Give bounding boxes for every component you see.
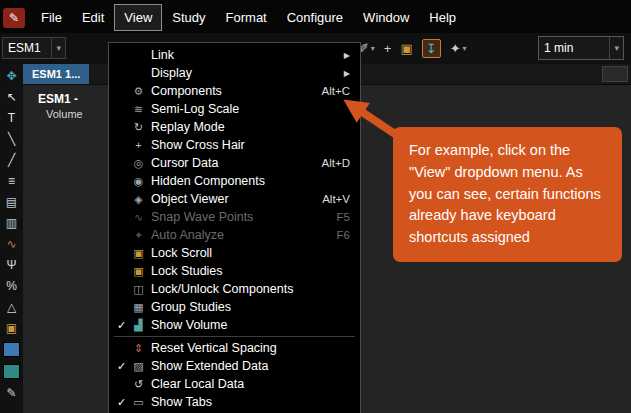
menu-item-snap-wave-points[interactable]: ∿Snap Wave PointsF5 [109, 208, 360, 226]
menu-item-label: Object Viewer [148, 192, 322, 206]
lock-unlock-icon: ◫ [129, 283, 148, 296]
menu-item-lock-studies[interactable]: ▣Lock Studies [109, 262, 360, 280]
menu-item-cursor-data[interactable]: ◎Cursor DataAlt+D [109, 154, 360, 172]
cursor-tool-icon[interactable]: ↖ [1, 87, 22, 107]
menu-item-label: Show Extended Data [148, 359, 350, 373]
menu-item-hidden-components[interactable]: ◉Hidden Components [109, 172, 360, 190]
check-icon: ✓ [114, 396, 129, 409]
menubar-item-file[interactable]: File [31, 4, 72, 31]
clear-data-icon: ↺ [129, 378, 148, 391]
pattern-tool-icon[interactable]: △ [1, 297, 22, 317]
menu-item-label: Display [148, 66, 344, 80]
add-crosshair-button[interactable]: + [384, 41, 392, 56]
chevron-down-icon: ▾ [51, 38, 65, 58]
snap-wave-icon: ∿ [129, 211, 148, 224]
lock-tool-icon[interactable]: ▣ [1, 318, 22, 338]
check-icon: ✓ [114, 360, 129, 373]
color-swatch-blue[interactable] [3, 342, 20, 357]
menu-item-label: Auto Analyze [148, 228, 337, 242]
lines-tool-icon[interactable]: ≡ [1, 171, 22, 191]
text-tool-icon[interactable]: T [1, 108, 22, 128]
interval-combo[interactable]: 1 min ▾ [538, 36, 624, 60]
menu-item-link[interactable]: Link▶ [109, 46, 360, 64]
crosshair-icon: + [129, 139, 148, 151]
menu-item-label: Snap Wave Points [148, 210, 337, 224]
chevron-down-icon: ▾ [463, 44, 467, 53]
menu-item-label: Clear Local Data [148, 377, 350, 391]
object-viewer-icon: ◈ [129, 193, 148, 206]
menu-shortcut: Alt+V [322, 193, 350, 205]
drawing-toolbar: ✥↖T╲╱≡▤▥∿Ψ%△▣✎ [0, 64, 23, 413]
menu-item-label: Reset Vertical Spacing [148, 341, 350, 355]
menubar-item-window[interactable]: Window [353, 4, 419, 31]
menu-item-show-tabs[interactable]: ✓▭Show Tabs [109, 393, 360, 411]
menu-item-group-studies[interactable]: ▦Group Studies [109, 298, 360, 316]
menu-item-object-viewer[interactable]: ◈Object ViewerAlt+V [109, 190, 360, 208]
wave-tool-icon[interactable]: ∿ [1, 234, 22, 254]
cursor-data-icon: ◎ [129, 157, 148, 170]
pan-tool-icon[interactable]: ✥ [1, 66, 22, 86]
pencil-tool-icon[interactable]: ✎ [1, 383, 22, 403]
menu-item-label: Show Volume [148, 318, 350, 332]
menu-shortcut: Alt+C [322, 85, 350, 97]
menu-item-label: Lock/Unlock Components [148, 282, 350, 296]
menu-item-lock-unlock-components[interactable]: ◫Lock/Unlock Components [109, 280, 360, 298]
lock-icon: ▣ [400, 41, 412, 56]
chart-tab[interactable]: ESM1 1... [23, 64, 89, 84]
pitchfork-tool-icon[interactable]: Ψ [1, 255, 22, 275]
menu-item-clear-local-data[interactable]: ↺Clear Local Data [109, 375, 360, 393]
menu-item-components[interactable]: ⚙ComponentsAlt+C [109, 82, 360, 100]
extended-data-toggle[interactable]: ↧ [422, 39, 441, 58]
lock-scroll-icon: ▣ [129, 247, 148, 260]
menu-item-label: Show Tabs [148, 395, 350, 409]
menu-item-label: Semi-Log Scale [148, 102, 350, 116]
show-volume-icon: ▟ [129, 319, 148, 332]
symbol-combo[interactable]: ESM1 ▾ [2, 37, 66, 59]
menubar-item-help[interactable]: Help [419, 4, 466, 31]
semi-log-icon: ≋ [129, 103, 148, 116]
fib-extension-tool-icon[interactable]: ▥ [1, 213, 22, 233]
menu-item-label: Hidden Components [148, 174, 350, 188]
color-swatch-teal[interactable] [3, 364, 20, 379]
menu-item-semi-log-scale[interactable]: ≋Semi-Log Scale [109, 100, 360, 118]
menubar-items: FileEditViewStudyFormatConfigureWindowHe… [31, 2, 466, 31]
interval-combo-value: 1 min [539, 41, 573, 55]
group-studies-icon: ▦ [129, 301, 148, 314]
app-window: ✎ FileEditViewStudyFormatConfigureWindow… [0, 0, 631, 413]
menubar-item-study[interactable]: Study [162, 4, 215, 31]
menu-item-auto-analyze[interactable]: ✦Auto AnalyzeF6 [109, 226, 360, 244]
app-logo-icon: ✎ [3, 8, 25, 28]
chart-title: ESM1 - [38, 92, 78, 106]
menu-item-lock-scroll[interactable]: ▣Lock Scroll [109, 244, 360, 262]
menu-shortcut: F5 [337, 211, 350, 223]
replay-icon: ↻ [129, 121, 148, 134]
down-arrow-tray-icon: ↧ [426, 41, 437, 56]
mini-tab[interactable] [602, 66, 628, 82]
menubar-item-edit[interactable]: Edit [72, 4, 114, 31]
menu-item-replay-mode[interactable]: ↻Replay Mode [109, 118, 360, 136]
menu-item-reset-vertical-spacing[interactable]: ⇕Reset Vertical Spacing [109, 339, 360, 357]
auto-analyze-icon: ✦ [129, 229, 148, 242]
view-dropdown-menu: Link▶Display▶⚙ComponentsAlt+C≋Semi-Log S… [108, 42, 361, 413]
menu-item-label: Group Studies [148, 300, 350, 314]
menu-item-show-extended-data[interactable]: ✓▨Show Extended Data [109, 357, 360, 375]
menu-item-display[interactable]: Display▶ [109, 64, 360, 82]
menubar-item-configure[interactable]: Configure [277, 4, 353, 31]
auto-tool-button[interactable]: ✦▾ [450, 41, 467, 56]
submenu-arrow-icon: ▶ [344, 69, 350, 78]
extended-data-icon: ▨ [129, 360, 148, 373]
menu-item-show-cross-hair[interactable]: +Show Cross Hair [109, 136, 360, 154]
menu-separator [114, 336, 355, 337]
chevron-down-icon: ▾ [609, 37, 623, 59]
chart-volume-label: Volume [46, 108, 83, 120]
percent-tool-icon[interactable]: % [1, 276, 22, 296]
trendline-tool-icon[interactable]: ╲ [1, 129, 22, 149]
ray-tool-icon[interactable]: ╱ [1, 150, 22, 170]
menubar-item-format[interactable]: Format [216, 4, 277, 31]
lock-button[interactable]: ▣ [400, 41, 412, 56]
reset-spacing-icon: ⇕ [129, 342, 148, 355]
fib-retracement-tool-icon[interactable]: ▤ [1, 192, 22, 212]
menubar-item-view[interactable]: View [114, 4, 162, 31]
menu-item-show-volume[interactable]: ✓▟Show Volume [109, 316, 360, 334]
show-tabs-icon: ▭ [129, 396, 148, 409]
